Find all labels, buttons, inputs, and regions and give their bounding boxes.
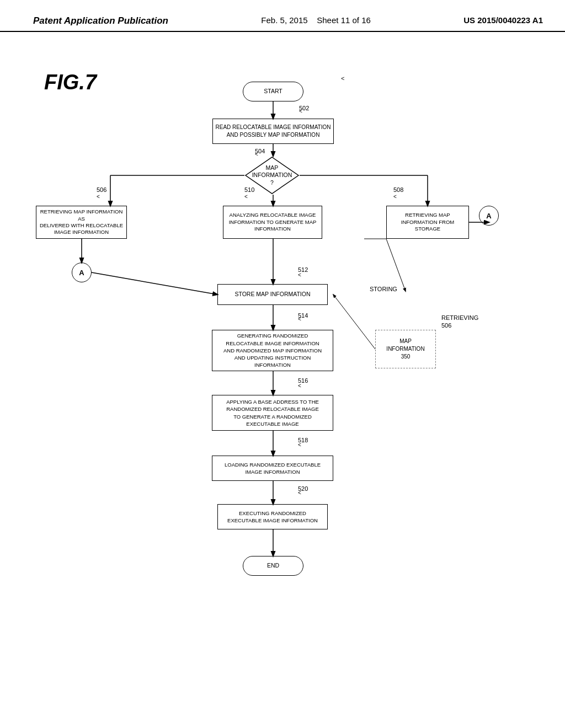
map-info-dashed-box: MAPINFORMATION350 [375,330,436,368]
ref-500-mark: < [341,75,344,82]
tick-516: < [298,383,301,389]
end-box: END [243,556,303,576]
header-date-sheet: Feb. 5, 2015 Sheet 11 of 16 [261,15,371,25]
tick-518: < [298,442,301,448]
start-box: START [243,82,303,101]
tick-504: < [255,151,258,157]
patent-number: US 2015/0040223 A1 [463,15,543,25]
tick-512: < [298,272,301,278]
box-508-right: RETRIEVING MAPINFORMATION FROMSTORAGE [386,206,469,239]
ref-circle-a-left: A [72,263,92,282]
store-map-box: STORE MAP INFORMATION [217,284,328,305]
tick-508: < [393,194,397,200]
tick-506l: < [97,194,100,200]
box-510-center: ANALYZING RELOCATABLE IMAGEINFORMATION T… [223,206,322,239]
page-header: Patent Application Publication Feb. 5, 2… [0,0,565,32]
publication-date: Feb. 5, 2015 [261,15,307,25]
tick-520: < [298,490,301,496]
tick-510: < [244,194,248,200]
sheet-info: Sheet 11 of 16 [317,15,371,25]
a-label: A [486,212,491,220]
loading-box: LOADING RANDOMIZED EXECUTABLEIMAGE INFOR… [212,456,333,481]
executing-box: EXECUTING RANDOMIZEDEXECUTABLE IMAGE INF… [217,504,328,529]
storing-label: STORING [370,286,397,292]
apply-base-box: APPLYING A BASE ADDRESS TO THERANDOMIZED… [212,395,333,431]
svg-line-12 [92,272,217,295]
label-508: 508 [393,186,403,193]
tick-514: < [298,316,301,322]
label-506-left: 506 [97,186,106,193]
retrieving-label: RETRIEVING [441,314,478,321]
label-510: 510 [244,186,254,193]
svg-line-15 [386,239,406,291]
publication-title: Patent Application Publication [33,15,168,26]
box-506-left: RETRIEVING MAP INFORMATION ASDELIVERED W… [36,206,127,239]
svg-line-16 [333,295,375,349]
figure-label: FIG.7 [44,71,97,94]
gen-random-box: GENERATING RANDOMIZEDRELOCATABLE IMAGE I… [212,330,333,371]
label-506-right: 506 [441,322,451,329]
tick-502: < [299,108,302,114]
ref-circle-a-right-top: A [479,206,499,226]
read-box: READ RELOCATABLE IMAGE INFORMATION AND P… [212,119,334,144]
diagram-area: FIG.7 < START 502 READ RELOCATABLE IMAGE… [0,38,565,699]
diamond-label: MAPINFORMATION? [252,164,292,187]
